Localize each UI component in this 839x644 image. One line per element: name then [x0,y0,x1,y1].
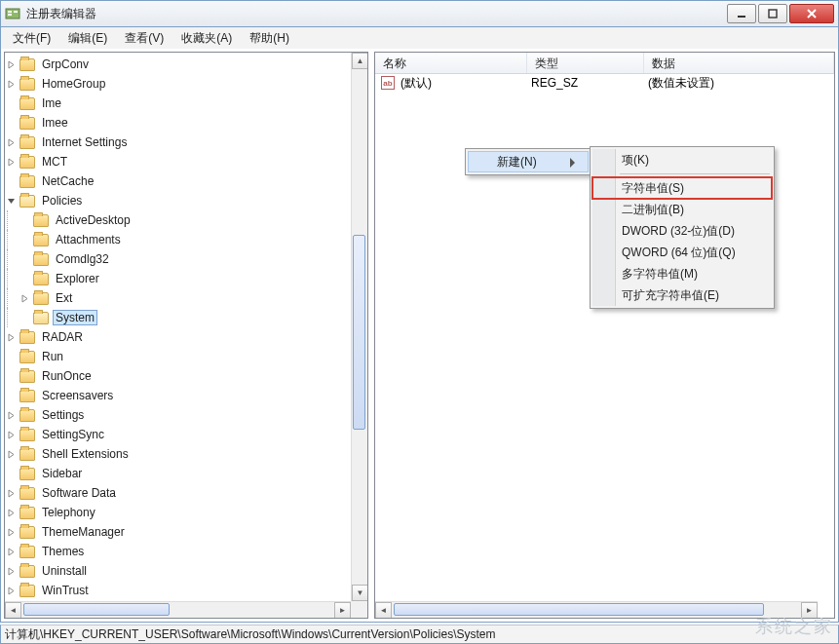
tree-item[interactable]: ThemeManager [5,522,367,542]
tree-item-label: WinTrust [39,583,92,598]
tree-item[interactable]: Ime [5,94,367,113]
tree-item[interactable]: HomeGroup [5,74,367,94]
scroll-right-button[interactable]: ► [801,602,818,619]
folder-icon [33,273,49,285]
tree-item-label: Themes [39,544,87,559]
col-type[interactable]: 类型 [527,53,644,73]
tree-item[interactable]: GrpConv [5,55,367,74]
ctx-binary[interactable]: 二进制值(B) [592,199,772,220]
tree-item[interactable]: SettingSync [5,425,367,444]
expand-icon[interactable] [5,156,17,168]
values-horizontal-scrollbar[interactable]: ◄ ► [375,601,818,618]
tree-item[interactable]: Settings [5,405,367,425]
scroll-left-button[interactable]: ◄ [5,602,21,619]
folder-icon [19,370,35,383]
expand-icon[interactable] [5,409,17,421]
minimize-button[interactable] [727,4,756,23]
tree-item[interactable]: WinTrust [5,581,367,600]
ctx-new-label: 新建(N) [497,154,537,170]
folder-icon [19,175,35,188]
menu-file[interactable]: 文件(F) [5,28,58,49]
maximize-button[interactable] [758,4,787,23]
menu-edit[interactable]: 编辑(E) [60,28,115,49]
col-name[interactable]: 名称 [375,53,527,73]
submenu-arrow-icon [570,158,580,168]
tree-item[interactable]: Policies [5,191,367,210]
expand-icon[interactable] [5,331,17,343]
no-expander [5,390,17,401]
folder-icon [19,78,35,91]
ctx-multi[interactable]: 多字符串值(M) [592,263,772,284]
tree-item-label: Settings [39,407,87,423]
expand-icon[interactable] [5,565,17,577]
tree-item[interactable]: Shell Extensions [5,444,367,464]
tree-horizontal-scrollbar[interactable]: ◄ ► [5,601,351,618]
tree-item[interactable]: RADAR [5,327,367,347]
menu-view[interactable]: 查看(V) [117,28,172,49]
tree-item[interactable]: MCT [5,152,367,171]
tree-item[interactable]: Telephony [5,503,367,522]
tree-item[interactable]: Ext [5,288,367,308]
tree-item-label: ActiveDesktop [53,212,133,228]
ctx-qword[interactable]: QWORD (64 位)值(Q) [592,242,772,263]
tree-item[interactable]: Sidebar [5,464,367,483]
ctx-new[interactable]: 新建(N) [468,151,589,172]
scroll-right-button[interactable]: ► [334,602,351,619]
menu-help[interactable]: 帮助(H) [242,28,297,49]
scroll-left-button[interactable]: ◄ [375,602,392,619]
tree-item-label: System [53,310,97,325]
tree-item[interactable]: Comdlg32 [5,249,367,269]
col-data[interactable]: 数据 [644,53,834,73]
ctx-expand[interactable]: 可扩充字符串值(E) [592,284,772,306]
tree-item[interactable]: RunOnce [5,366,367,386]
folder-icon [19,585,35,597]
registry-tree[interactable]: GrpConvHomeGroupImeImeeInternet Settings… [5,53,367,601]
context-menu[interactable]: 新建(N) [465,148,591,175]
tree-item[interactable]: Themes [5,542,367,561]
folder-icon [19,136,35,149]
tree-item[interactable]: Screensavers [5,386,367,405]
expand-icon[interactable] [5,487,17,499]
tree-pane: GrpConvHomeGroupImeImeeInternet Settings… [4,52,368,619]
tree-item[interactable]: System [5,308,367,327]
folder-icon [33,292,49,305]
expand-icon[interactable] [5,448,17,460]
tree-item-label: NetCache [39,173,96,189]
tree-item-label: Comdlg32 [53,251,112,267]
collapse-icon[interactable] [5,195,17,207]
folder-icon [19,156,35,169]
tree-item[interactable]: ActiveDesktop [5,210,367,230]
ctx-string[interactable]: 字符串值(S) [592,177,772,199]
menu-favorites[interactable]: 收藏夹(A) [173,28,240,49]
expand-icon[interactable] [19,292,30,304]
expand-icon[interactable] [5,546,17,557]
expand-icon[interactable] [5,507,17,518]
context-submenu[interactable]: 项(K) 字符串值(S) 二进制值(B) DWORD (32-位)值(D) QW… [590,146,775,309]
tree-item[interactable]: Run [5,347,367,366]
expand-icon[interactable] [5,526,17,538]
ctx-dword[interactable]: DWORD (32-位)值(D) [592,220,772,242]
expand-icon[interactable] [5,58,17,70]
expand-icon[interactable] [5,429,17,440]
expand-icon[interactable] [5,585,17,596]
tree-item[interactable]: Internet Settings [5,133,367,152]
tree-item-label: Explorer [53,271,102,286]
tree-vertical-scrollbar[interactable]: ▲ ▼ [351,53,367,601]
expand-icon[interactable] [5,78,17,90]
tree-item[interactable]: Software Data [5,483,367,503]
list-row[interactable]: ab (默认) REG_SZ (数值未设置) [375,74,834,92]
close-button[interactable] [789,4,834,23]
expand-icon[interactable] [5,136,17,148]
tree-item-label: RADAR [39,329,86,345]
ctx-key[interactable]: 项(K) [592,149,772,170]
tree-item[interactable]: Attachments [5,230,367,249]
tree-item[interactable]: NetCache [5,171,367,191]
folder-icon [19,351,35,363]
tree-item[interactable]: Uninstall [5,561,367,581]
no-expander [19,214,30,226]
values-pane: 名称 类型 数据 ab (默认) REG_SZ (数值未设置) 新建(N) [374,52,835,619]
scroll-down-button[interactable]: ▼ [352,585,368,601]
tree-item[interactable]: Imee [5,113,367,133]
tree-item[interactable]: Explorer [5,269,367,288]
scroll-up-button[interactable]: ▲ [352,53,368,69]
